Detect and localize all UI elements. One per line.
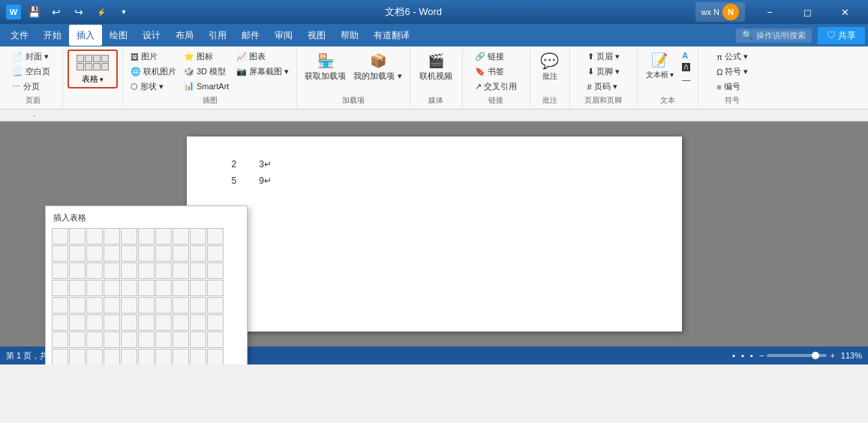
grid-cell[interactable] xyxy=(190,297,206,314)
grid-cell[interactable] xyxy=(86,314,103,331)
grid-cell[interactable] xyxy=(155,228,172,244)
grid-cell[interactable] xyxy=(155,245,172,262)
grid-cell[interactable] xyxy=(69,228,86,244)
hyperlink-btn[interactable]: 🔗 链接 xyxy=(472,50,520,64)
online-pic-btn[interactable]: 🌐 联机图片 xyxy=(128,64,179,79)
grid-cell[interactable] xyxy=(52,262,68,279)
grid-cell[interactable] xyxy=(69,349,86,364)
menu-references[interactable]: 引用 xyxy=(201,25,234,46)
grid-cell[interactable] xyxy=(121,314,137,331)
grid-cell[interactable] xyxy=(52,280,68,296)
grid-cell[interactable] xyxy=(190,349,206,364)
grid-cell[interactable] xyxy=(121,228,137,244)
menu-insert[interactable]: 插入 xyxy=(69,25,102,46)
grid-cell[interactable] xyxy=(155,262,172,279)
search-box[interactable]: 🔍 操作说明搜索 xyxy=(736,28,812,43)
grid-cell[interactable] xyxy=(138,262,155,279)
grid-cell[interactable] xyxy=(121,245,137,262)
grid-cell[interactable] xyxy=(121,332,137,348)
wordart-btn[interactable]: A xyxy=(679,50,693,62)
grid-cell[interactable] xyxy=(69,280,86,296)
view-web-icon[interactable]: ▪ xyxy=(741,351,744,360)
view-read-icon[interactable]: ▪ xyxy=(750,351,753,360)
page-break-btn[interactable]: ⋯ 分页 xyxy=(8,80,55,94)
grid-cell[interactable] xyxy=(86,297,103,314)
footer-btn[interactable]: ⬇ 页脚 ▾ xyxy=(584,64,623,79)
menu-review[interactable]: 审阅 xyxy=(267,25,300,46)
undo-qat-btn[interactable]: ↩ xyxy=(48,4,65,20)
icons-btn[interactable]: ⭐ 图标 xyxy=(181,50,232,64)
menu-view[interactable]: 视图 xyxy=(300,25,333,46)
grid-cell[interactable] xyxy=(86,228,103,244)
grid-cell[interactable] xyxy=(104,332,120,348)
grid-cell[interactable] xyxy=(104,349,120,364)
grid-cell[interactable] xyxy=(155,349,172,364)
grid-cell[interactable] xyxy=(173,280,189,296)
grid-cell[interactable] xyxy=(69,297,86,314)
menu-home[interactable]: 开始 xyxy=(36,25,69,46)
grid-cell[interactable] xyxy=(173,314,189,331)
zoom-minus-btn[interactable]: − xyxy=(759,351,764,360)
screenshot-btn[interactable]: 📷 屏幕截图 ▾ xyxy=(233,64,292,79)
online-video-btn[interactable]: 🎬 联机视频 xyxy=(416,50,455,85)
menu-mail[interactable]: 邮件 xyxy=(234,25,267,46)
zoom-track[interactable] xyxy=(767,354,827,357)
menu-file[interactable]: 文件 xyxy=(3,25,36,46)
grid-cell[interactable] xyxy=(138,297,155,314)
grid-cell[interactable] xyxy=(121,297,137,314)
grid-cell[interactable] xyxy=(207,349,224,364)
grid-cell[interactable] xyxy=(86,245,103,262)
grid-cell[interactable] xyxy=(173,332,189,348)
get-addins-btn[interactable]: 🏪 获取加载项 xyxy=(302,50,349,85)
pictures-btn[interactable]: 🖼 图片 xyxy=(128,50,179,64)
numbering-btn[interactable]: ≡ 编号 xyxy=(713,80,751,94)
grid-cell[interactable] xyxy=(173,245,189,262)
grid-cell[interactable] xyxy=(190,314,206,331)
chart-btn[interactable]: 📈 图表 xyxy=(233,50,292,64)
grid-cell[interactable] xyxy=(121,349,137,364)
grid-cell[interactable] xyxy=(138,228,155,244)
grid-cell[interactable] xyxy=(121,262,137,279)
grid-cell[interactable] xyxy=(52,297,68,314)
signature-btn[interactable]: — xyxy=(679,74,693,86)
grid-cell[interactable] xyxy=(138,349,155,364)
grid-cell[interactable] xyxy=(155,314,172,331)
grid-cell[interactable] xyxy=(207,280,224,296)
equation-btn[interactable]: π 公式 ▾ xyxy=(713,50,751,64)
header-btn[interactable]: ⬆ 页眉 ▾ xyxy=(584,50,623,64)
restore-btn[interactable]: ◻ xyxy=(790,0,824,24)
save-qat-btn[interactable]: 💾 xyxy=(26,4,42,20)
share-button[interactable]: ♡ 共享 xyxy=(818,27,865,44)
menu-design[interactable]: 设计 xyxy=(135,25,168,46)
grid-cell[interactable] xyxy=(207,262,224,279)
grid-cell[interactable] xyxy=(69,262,86,279)
grid-cell[interactable] xyxy=(173,349,189,364)
menu-youdao[interactable]: 有道翻译 xyxy=(366,25,417,46)
grid-cell[interactable] xyxy=(207,332,224,348)
minimize-btn[interactable]: − xyxy=(752,0,787,24)
grid-cell[interactable] xyxy=(155,280,172,296)
grid-cell[interactable] xyxy=(86,280,103,296)
grid-cell[interactable] xyxy=(138,314,155,331)
grid-cell[interactable] xyxy=(86,332,103,348)
zoom-plus-btn[interactable]: + xyxy=(830,351,834,360)
zoom-thumb[interactable] xyxy=(812,352,819,359)
symbol-btn[interactable]: Ω 符号 ▾ xyxy=(713,64,751,79)
grid-cell[interactable] xyxy=(52,228,68,244)
grid-cell[interactable] xyxy=(104,262,120,279)
grid-cell[interactable] xyxy=(138,332,155,348)
table-btn[interactable]: 表格▾ xyxy=(68,50,118,88)
grid-cell[interactable] xyxy=(69,332,86,348)
grid-cell[interactable] xyxy=(86,262,103,279)
smartart-btn[interactable]: 📊 SmartArt xyxy=(181,80,232,92)
grid-cell[interactable] xyxy=(190,332,206,348)
page-number-btn[interactable]: # 页码 ▾ xyxy=(584,80,623,94)
grid-cell[interactable] xyxy=(155,332,172,348)
bookmark-btn[interactable]: 🔖 书签 xyxy=(472,64,520,79)
redo-qat-btn[interactable]: ↪ xyxy=(71,4,87,20)
grid-cell[interactable] xyxy=(52,245,68,262)
grid-cell[interactable] xyxy=(52,349,68,364)
grid-cell[interactable] xyxy=(190,228,206,244)
grid-cell[interactable] xyxy=(104,228,120,244)
grid-cell[interactable] xyxy=(207,297,224,314)
